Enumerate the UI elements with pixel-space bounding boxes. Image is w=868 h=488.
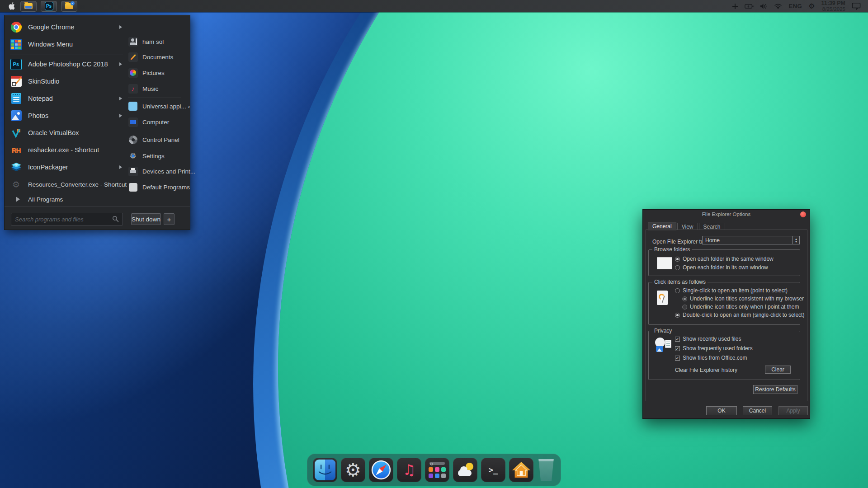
menu-item-pictures[interactable]: Pictures — [128, 66, 188, 79]
submenu-arrow-icon — [119, 165, 122, 169]
folder-window-image — [657, 257, 672, 269]
checkbox-office-files[interactable]: ✓ Show files from Office.com — [675, 355, 747, 361]
menu-item-google-chrome[interactable]: Google Chrome — [10, 19, 123, 36]
radio-underline-point[interactable]: Underline icon titles only when I point … — [682, 304, 799, 310]
search-input[interactable] — [11, 213, 123, 225]
dock-item-music[interactable]: ♫ — [397, 458, 421, 482]
notepad-icon — [10, 93, 22, 105]
gear-icon[interactable]: ⚙ — [808, 2, 815, 10]
virtualbox-icon — [10, 127, 22, 139]
shutdown-button[interactable]: Shut down — [131, 213, 161, 225]
dropdown-spinner-icon[interactable]: ▲▼ — [793, 236, 799, 244]
battery-icon[interactable] — [745, 4, 754, 9]
radio-own-window[interactable]: Open each folder in its own window — [675, 264, 768, 271]
menu-item-all-programs[interactable]: All Programs — [10, 191, 123, 208]
radio-same-window[interactable]: Open each folder in the same window — [675, 256, 774, 262]
close-button[interactable] — [800, 211, 806, 217]
radio-double-click[interactable]: Double-click to open an item (single-cli… — [675, 312, 804, 318]
file-explorer-options-dialog: File Explorer Options General View Searc… — [642, 209, 810, 419]
shutdown-options-button[interactable]: + — [164, 213, 175, 225]
taskbar-app-file-explorer[interactable] — [20, 1, 37, 12]
volume-icon[interactable] — [760, 3, 768, 9]
radio-icon — [682, 305, 687, 310]
taskbar-app-photoshop[interactable]: Ps — [41, 1, 57, 12]
menu-item-default-programs[interactable]: Default Programs — [128, 181, 188, 193]
open-to-dropdown[interactable]: Home ▲▼ — [702, 236, 800, 244]
apply-button[interactable]: Apply — [778, 406, 808, 415]
menu-separator — [128, 98, 181, 98]
computer-icon — [128, 117, 138, 127]
notifications-icon[interactable] — [852, 2, 861, 10]
dock-item-finder[interactable] — [313, 458, 337, 482]
tab-general[interactable]: General — [648, 222, 676, 230]
dock-item-launchpad[interactable] — [425, 458, 449, 482]
menu-item-reshacker[interactable]: RH reshacker.exe - Shortcut — [10, 141, 123, 159]
language-indicator[interactable]: ENG — [788, 3, 802, 9]
menu-item-photos[interactable]: Photos — [10, 107, 123, 124]
checkbox-icon: ✓ — [675, 356, 680, 361]
clock[interactable]: 11:39 PM 8/25/2025 — [821, 0, 845, 12]
checkbox-frequent-folders[interactable]: ✓ Show frequently used folders — [675, 345, 753, 352]
checkbox-recent-files[interactable]: ✓ Show recently used files — [675, 336, 741, 342]
menu-item-windows-menu[interactable]: Windows Menu — [10, 36, 123, 53]
restore-defaults-button[interactable]: Restore Defaults — [753, 385, 797, 394]
photoshop-icon: Ps — [10, 58, 22, 70]
click-document-cursor-image — [657, 291, 668, 305]
app-library-icon — [429, 462, 446, 478]
menu-item-user[interactable]: ham sol — [128, 35, 188, 48]
weather-cloud-sun-icon — [456, 463, 474, 477]
finder-icon — [315, 460, 335, 480]
menu-bottom-separator — [5, 206, 190, 206]
settings-gear-icon: ⚙ — [128, 151, 138, 161]
menu-item-skinstudio[interactable]: SkinStudio — [10, 73, 123, 90]
browse-folders-group: Browse folders Open each folder in the s… — [648, 249, 800, 276]
submenu-chevron-icon: › — [188, 103, 190, 110]
dock-item-home[interactable] — [509, 458, 533, 482]
menu-item-photoshop[interactable]: Ps Adobe Photoshop CC 2018 — [10, 56, 123, 73]
open-to-value: Home — [703, 237, 793, 244]
wifi-icon[interactable] — [774, 3, 782, 9]
checkbox-icon: ✓ — [675, 337, 680, 342]
menu-item-control-panel[interactable]: Control Panel — [128, 133, 188, 146]
menu-item-virtualbox[interactable]: Oracle VirtualBox — [10, 124, 123, 141]
dock-item-system-settings[interactable]: ⚙ — [341, 458, 365, 482]
dock: ⚙ ♫ >_ — [307, 454, 561, 486]
clear-button[interactable]: Clear — [765, 366, 791, 374]
plus-icon[interactable] — [732, 3, 738, 9]
gear-dark-icon: ⚙ — [10, 178, 22, 191]
radio-single-click[interactable]: Single-click to open an item (point to s… — [675, 287, 788, 294]
menu-item-documents[interactable]: Documents — [128, 51, 188, 63]
control-panel-icon — [128, 135, 138, 145]
menu-item-notepad[interactable]: Notepad — [10, 90, 123, 107]
ok-button[interactable]: OK — [706, 406, 737, 415]
dock-item-trash[interactable] — [537, 459, 555, 481]
dock-item-weather[interactable] — [453, 458, 477, 482]
radio-icon — [682, 296, 687, 301]
menu-item-iconpackager[interactable]: IconPackager — [10, 159, 123, 176]
user-icon — [128, 37, 138, 47]
dock-item-terminal[interactable]: >_ — [481, 458, 505, 482]
radio-icon — [675, 257, 680, 262]
default-programs-icon — [128, 182, 138, 192]
dock-item-safari[interactable] — [369, 458, 393, 482]
menu-item-devices-printers[interactable]: Devices and Print... — [128, 165, 188, 178]
search-icon — [112, 216, 119, 224]
printer-icon — [128, 166, 138, 176]
menu-item-computer[interactable]: Computer — [128, 116, 188, 128]
clock-date: 8/25/2025 — [821, 6, 845, 12]
apple-menu-icon[interactable] — [6, 1, 16, 11]
folder-check-icon: ✓ — [65, 3, 73, 9]
menu-item-settings[interactable]: ⚙ Settings — [128, 150, 188, 162]
reshacker-icon: RH — [10, 144, 22, 156]
menu-item-music[interactable]: ♪ Music — [128, 82, 188, 95]
start-menu: Google Chrome Windows Menu Ps Adobe Phot… — [4, 15, 190, 230]
cancel-button[interactable]: Cancel — [743, 406, 772, 415]
radio-underline-consistent[interactable]: Underline icon titles consistent with my… — [682, 296, 804, 302]
taskbar-app-tasks-folder[interactable]: ✓ — [61, 1, 77, 12]
universal-apps-icon — [128, 101, 138, 111]
menu-item-universal-apps[interactable]: Universal appl... › — [128, 100, 188, 113]
music-note-icon: ♫ — [403, 461, 416, 479]
all-programs-arrow-icon — [10, 193, 22, 206]
pictures-icon — [128, 68, 138, 78]
photos-icon — [10, 110, 22, 122]
